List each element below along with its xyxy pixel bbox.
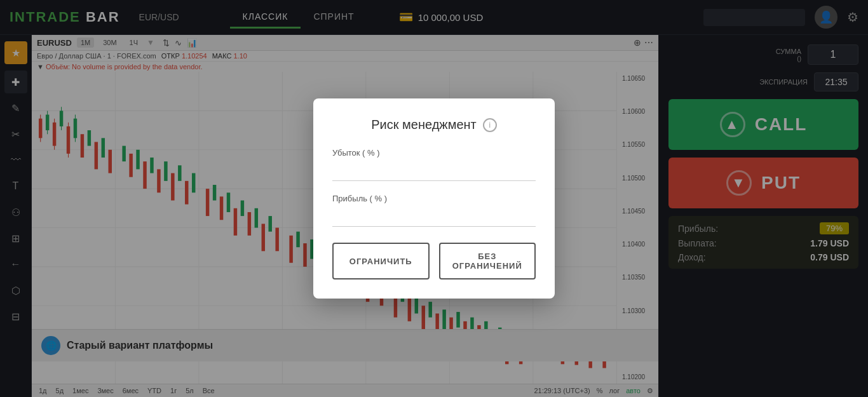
loss-input[interactable]	[332, 161, 536, 181]
profit-label: Прибыль ( % )	[332, 194, 536, 203]
loss-field: Убыток ( % )	[332, 148, 536, 181]
risk-management-modal: Риск менеджмент i Убыток ( % ) Прибыль (…	[313, 98, 555, 299]
limit-button[interactable]: ОГРАНИЧИТЬ	[332, 243, 430, 279]
profit-field: Прибыль ( % )	[332, 194, 536, 227]
modal-overlay[interactable]: Риск менеджмент i Убыток ( % ) Прибыль (…	[0, 0, 868, 397]
profit-input[interactable]	[332, 207, 536, 227]
modal-buttons: ОГРАНИЧИТЬ БЕЗ ОГРАНИЧЕНИЙ	[332, 243, 536, 279]
loss-label: Убыток ( % )	[332, 148, 536, 158]
nolimit-button[interactable]: БЕЗ ОГРАНИЧЕНИЙ	[439, 243, 536, 279]
modal-title-text: Риск менеджмент	[371, 118, 477, 132]
info-icon[interactable]: i	[483, 118, 497, 132]
modal-title: Риск менеджмент i	[332, 118, 536, 132]
